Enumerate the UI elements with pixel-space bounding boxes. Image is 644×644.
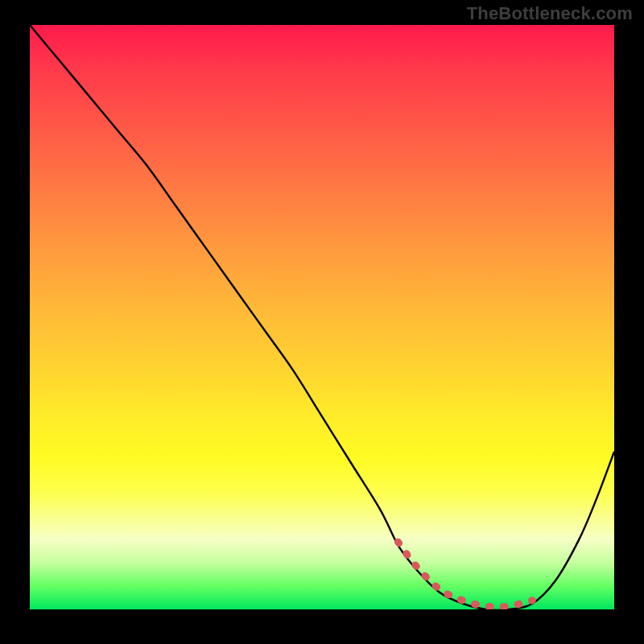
plot-area <box>30 25 614 609</box>
watermark-text: TheBottleneck.com <box>467 3 633 24</box>
marker-path <box>398 542 532 607</box>
optimal-zone-marker <box>30 25 614 609</box>
chart-frame: TheBottleneck.com <box>0 0 644 644</box>
